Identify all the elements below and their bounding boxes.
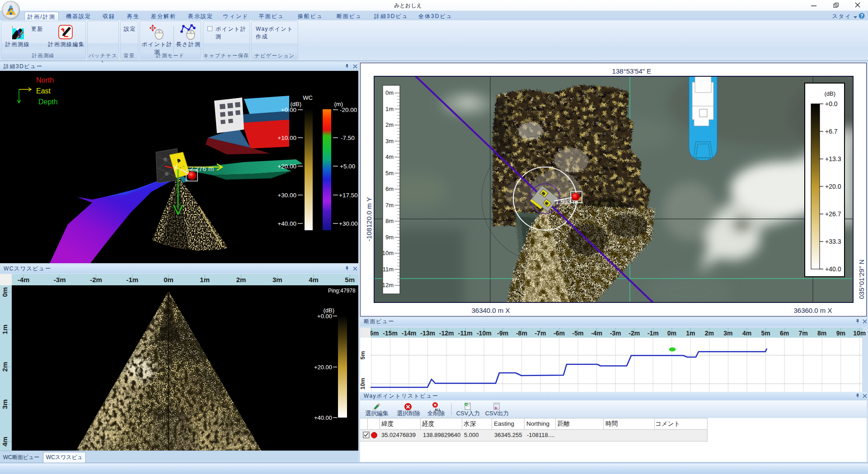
svg-text:8m: 8m [817, 330, 826, 337]
svg-text:0m: 0m [164, 276, 174, 283]
svg-text:-3m: -3m [610, 330, 621, 337]
svg-text:-3m: -3m [54, 276, 66, 283]
svg-text:10m: 10m [853, 330, 866, 337]
svg-text:(dB): (dB) [824, 90, 835, 97]
svg-text:4m: 4m [309, 276, 319, 283]
svg-text:2m: 2m [705, 330, 714, 337]
svg-text:9m: 9m [836, 330, 845, 337]
svg-text:3m: 3m [1, 400, 9, 409]
svg-text:水深: 水深 [463, 420, 476, 427]
svg-text:0m: 0m [1, 287, 9, 297]
svg-text:2m: 2m [385, 121, 394, 128]
svg-text:-108118....: -108118.... [527, 432, 554, 438]
svg-text:+10.00: +10.00 [277, 135, 296, 141]
svg-text:2m: 2m [1, 362, 9, 372]
svg-text:Easting: Easting [494, 420, 514, 427]
svg-text:WC: WC [303, 94, 313, 101]
svg-text:+0.0: +0.0 [825, 100, 838, 107]
svg-text:1m: 1m [686, 330, 695, 337]
svg-text:2m: 2m [236, 276, 246, 283]
svg-text:-2m: -2m [629, 330, 640, 337]
svg-text:6m: 6m [780, 330, 789, 337]
svg-text:+20.0: +20.0 [825, 183, 841, 190]
svg-text:5m: 5m [385, 170, 394, 177]
svg-text:+30.00: +30.00 [339, 220, 358, 227]
svg-text:-7.50: -7.50 [341, 135, 355, 141]
svg-text:+20.00: +20.00 [314, 364, 332, 371]
svg-text:East: East [36, 87, 51, 95]
svg-text:10m: 10m [382, 250, 394, 256]
svg-text:4m: 4m [1, 437, 9, 446]
svg-text:3m: 3m [385, 138, 394, 144]
svg-text:0m: 0m [667, 330, 676, 337]
svg-text:経度: 経度 [422, 420, 434, 427]
svg-text:1m: 1m [200, 276, 210, 283]
svg-text:1m: 1m [1, 325, 9, 335]
svg-text:-20.00: -20.00 [340, 107, 357, 113]
svg-text:Ping:47978: Ping:47978 [328, 288, 356, 294]
svg-text:4m: 4m [742, 330, 751, 337]
svg-text:5.000: 5.000 [464, 432, 479, 438]
svg-text:7m: 7m [798, 330, 807, 337]
svg-text:時間: 時間 [605, 420, 618, 427]
svg-text:1m: 1m [385, 106, 394, 112]
svg-text:緯度: 緯度 [381, 420, 394, 427]
svg-text:+13.3: +13.3 [825, 155, 841, 163]
svg-text:36345.255: 36345.255 [494, 432, 522, 438]
svg-text:12m: 12m [382, 282, 394, 288]
svg-text:3m: 3m [272, 276, 282, 283]
svg-text:8m: 8m [385, 218, 394, 224]
svg-text:5m: 5m [761, 330, 770, 337]
svg-text:CSV入力: CSV入力 [456, 410, 480, 417]
svg-text:コメント: コメント [655, 420, 680, 427]
svg-text:1.993 m: 1.993 m [555, 198, 578, 205]
svg-text:+6.7: +6.7 [825, 128, 838, 135]
svg-text:-4m: -4m [18, 276, 30, 283]
svg-text:0m: 0m [385, 89, 394, 96]
svg-text:-1m: -1m [647, 330, 659, 337]
svg-text:+20.00: +20.00 [277, 163, 296, 170]
svg-text:?: ? [860, 14, 863, 19]
svg-text:-10m: -10m [477, 330, 492, 337]
svg-text:距離: 距離 [558, 420, 570, 427]
svg-text:+26.7: +26.7 [825, 210, 841, 218]
svg-text:-6m: -6m [554, 330, 565, 337]
svg-text:+33.3: +33.3 [825, 238, 841, 245]
svg-text:-13m: -13m [420, 330, 435, 337]
svg-text:+17.50: +17.50 [339, 192, 358, 199]
svg-text:9m: 9m [385, 234, 394, 241]
svg-text:5m: 5m [360, 351, 366, 360]
svg-text:+0.00: +0.00 [317, 313, 332, 320]
svg-text:7m: 7m [385, 202, 394, 209]
svg-text:-2m: -2m [90, 276, 102, 283]
svg-text:-5m: -5m [572, 330, 584, 337]
svg-text:6m: 6m [385, 186, 394, 192]
svg-text:138.89829640: 138.89829640 [423, 432, 460, 438]
svg-text:+30.00: +30.00 [277, 192, 296, 199]
svg-text:11m: 11m [383, 266, 394, 273]
svg-text:CSV出力: CSV出力 [485, 410, 509, 417]
svg-text:+40.00: +40.00 [277, 220, 296, 227]
svg-text:North: North [36, 76, 54, 84]
svg-text:+40.00: +40.00 [314, 414, 332, 421]
svg-text:Depth: Depth [38, 98, 58, 106]
svg-text:-4m: -4m [591, 330, 602, 337]
svg-text:選択編集: 選択編集 [365, 410, 389, 417]
svg-text:+5.00: +5.00 [340, 163, 355, 170]
svg-text:-7m: -7m [535, 330, 546, 337]
svg-text:-11m: -11m [458, 330, 473, 337]
svg-text:35.02476839: 35.02476839 [381, 432, 416, 438]
svg-text:3m: 3m [723, 330, 732, 337]
svg-text:-1m: -1m [126, 276, 138, 283]
svg-text:5m: 5m [345, 276, 355, 283]
svg-text:+40.0: +40.0 [825, 265, 841, 273]
svg-text:-12m: -12m [439, 330, 454, 337]
svg-text:-15m: -15m [383, 330, 398, 337]
svg-text:4m: 4m [385, 153, 394, 160]
svg-text:選択削除: 選択削除 [397, 410, 420, 417]
svg-text:-9m: -9m [497, 330, 508, 337]
svg-text:-8m: -8m [516, 330, 527, 337]
svg-text:+0.00: +0.00 [281, 107, 296, 113]
svg-text:2.276 m: 2.276 m [189, 165, 214, 172]
svg-text:-14m: -14m [402, 330, 417, 337]
